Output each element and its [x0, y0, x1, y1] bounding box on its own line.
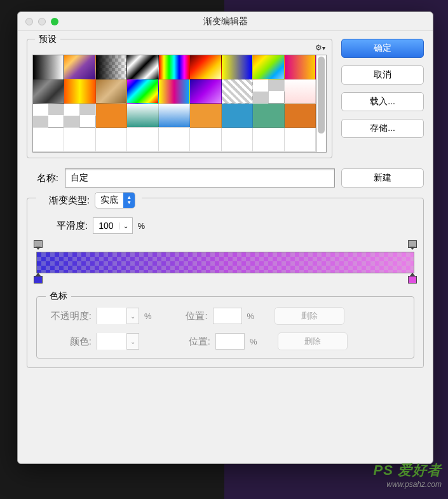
preset-swatch[interactable] [159, 79, 190, 104]
preset-swatch[interactable] [33, 55, 64, 79]
stops-group: 色标 不透明度: ⌄ % 位置: % 删除 颜色: [36, 296, 414, 359]
preset-swatch[interactable] [33, 128, 64, 152]
preset-swatch[interactable] [64, 104, 95, 128]
preset-swatch[interactable] [253, 104, 284, 128]
preset-swatch[interactable] [127, 79, 158, 104]
presets-menu-gear-icon[interactable]: ⚙▾ [314, 42, 327, 53]
color-input[interactable]: ⌄ [97, 333, 139, 350]
preset-swatch[interactable] [96, 79, 127, 104]
dialog-title: 渐变编辑器 [18, 16, 433, 27]
preset-swatch[interactable] [96, 55, 127, 79]
delete-color-stop-button[interactable]: 删除 [278, 332, 348, 350]
cancel-button[interactable]: 取消 [341, 65, 424, 85]
opacity-label: 不透明度: [44, 310, 92, 322]
color-stop-right[interactable] [408, 276, 417, 285]
smoothness-input[interactable]: 100 ⌄ [93, 217, 132, 234]
preset-swatch[interactable] [64, 79, 95, 104]
chevron-down-icon: ⌄ [126, 308, 139, 324]
watermark-ps: PS [374, 462, 393, 478]
color-label: 颜色: [44, 336, 92, 348]
gradient-editor-dialog: 渐变编辑器 预设 ⚙▾ 确定 取消 载入... 存储... [17, 11, 433, 464]
new-button[interactable]: 新建 [341, 168, 424, 188]
preset-swatch[interactable] [190, 104, 221, 128]
position-unit: % [250, 337, 257, 346]
preset-swatch[interactable] [285, 79, 316, 104]
smoothness-unit: % [138, 221, 146, 231]
stops-legend: 色标 [46, 291, 71, 302]
opacity-stop-left[interactable] [34, 240, 43, 249]
preset-swatch[interactable] [127, 128, 158, 152]
gradient-preview-bar[interactable] [36, 252, 414, 273]
load-button[interactable]: 载入... [341, 92, 424, 111]
preset-swatch[interactable] [222, 104, 253, 128]
preset-swatch[interactable] [222, 79, 253, 104]
smoothness-label: 平滑度: [57, 220, 88, 232]
presets-grid [32, 55, 316, 153]
preset-swatch[interactable] [253, 128, 284, 152]
color-position-input[interactable] [215, 333, 245, 350]
preset-swatch[interactable] [64, 128, 95, 152]
position-unit: % [247, 311, 255, 321]
presets-group: 预设 ⚙▾ [27, 39, 332, 158]
gradient-type-select[interactable]: 实底 ▲▼ [95, 192, 135, 208]
preset-swatch[interactable] [33, 79, 64, 104]
presets-legend: 预设 [35, 34, 60, 45]
preset-swatch[interactable] [64, 55, 95, 79]
gradient-editor-group: 渐变类型: 实底 ▲▼ 平滑度: 100 ⌄ % [27, 198, 424, 368]
preset-swatch[interactable] [159, 128, 190, 152]
preset-swatch[interactable] [222, 128, 253, 152]
preset-swatch[interactable] [190, 128, 221, 152]
preset-swatch[interactable] [190, 55, 221, 79]
preset-swatch[interactable] [96, 128, 127, 152]
preset-swatch[interactable] [33, 104, 64, 128]
color-stop-rail[interactable] [36, 273, 414, 285]
titlebar: 渐变编辑器 [18, 12, 433, 31]
opacity-position-input[interactable] [213, 308, 242, 324]
preset-swatch[interactable] [159, 55, 190, 79]
preset-swatch[interactable] [253, 55, 284, 79]
preset-swatch[interactable] [285, 104, 316, 128]
presets-scrollbar[interactable] [316, 55, 327, 153]
smoothness-value: 100 [93, 221, 118, 231]
watermark-text: 爱好者 [398, 462, 442, 478]
name-label: 名称: [27, 172, 58, 184]
preset-swatch[interactable] [127, 55, 158, 79]
position-label: 位置: [176, 310, 208, 322]
preset-swatch[interactable] [285, 55, 316, 79]
preset-swatch[interactable] [127, 104, 158, 128]
save-button[interactable]: 存储... [341, 119, 424, 138]
opacity-unit: % [144, 311, 152, 321]
opacity-stop-rail[interactable] [36, 240, 414, 252]
ok-button[interactable]: 确定 [341, 39, 424, 58]
opacity-stop-right[interactable] [408, 240, 417, 249]
preset-swatch[interactable] [222, 55, 253, 79]
preset-swatch[interactable] [253, 79, 284, 104]
preset-swatch[interactable] [96, 104, 127, 128]
color-stop-left[interactable] [34, 276, 43, 285]
watermark: PS 爱好者 www.psahz.com [374, 461, 442, 489]
watermark-url: www.psahz.com [374, 480, 442, 489]
chevron-down-icon: ⌄ [119, 222, 132, 229]
select-arrows-icon: ▲▼ [123, 193, 135, 208]
position-label: 位置: [179, 336, 210, 348]
scrollbar-thumb[interactable] [318, 57, 325, 133]
preset-swatch[interactable] [285, 128, 316, 152]
gradient-type-label: 渐变类型: [49, 195, 90, 207]
chevron-down-icon: ⌄ [126, 334, 139, 349]
delete-opacity-stop-button[interactable]: 删除 [275, 307, 344, 325]
name-input[interactable] [65, 168, 335, 188]
preset-swatch[interactable] [190, 79, 221, 104]
opacity-input[interactable]: ⌄ [97, 308, 139, 324]
preset-swatch[interactable] [159, 104, 190, 128]
gradient-type-value: 实底 [95, 195, 123, 206]
